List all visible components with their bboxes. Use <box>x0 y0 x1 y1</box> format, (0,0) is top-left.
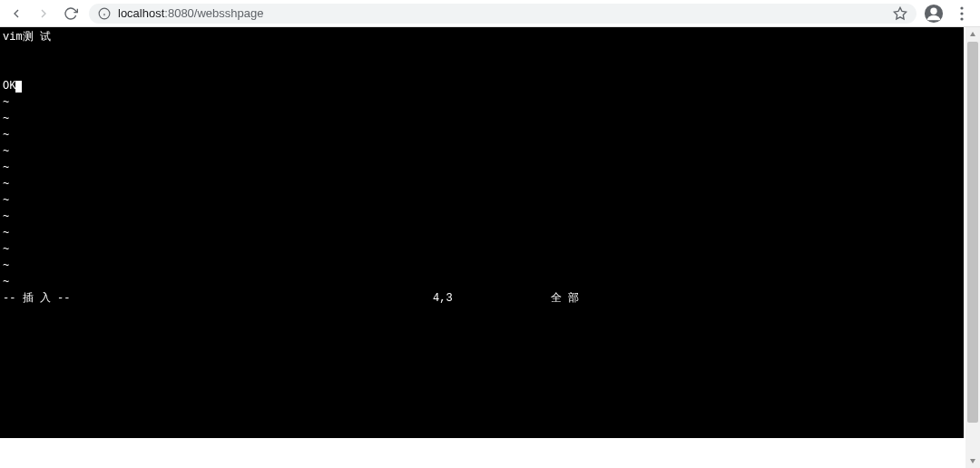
vim-mode: -- 插 入 -- <box>3 290 433 307</box>
forward-button[interactable] <box>34 5 53 23</box>
terminal-tilde-line: ~ <box>3 274 961 290</box>
vertical-scrollbar[interactable] <box>965 27 980 468</box>
url-path: /websshpage <box>194 6 264 20</box>
url-port: :8080 <box>164 6 194 20</box>
profile-avatar-icon[interactable] <box>924 4 944 24</box>
svg-marker-9 <box>970 32 975 36</box>
terminal-line: vim测 试 <box>3 29 961 45</box>
svg-point-7 <box>960 12 963 15</box>
terminal-tilde-line: ~ <box>3 111 961 127</box>
vim-scope: 全 部 <box>551 290 579 307</box>
terminal-tilde-line: ~ <box>3 127 961 143</box>
scrollbar-thumb[interactable] <box>967 42 978 423</box>
vim-status-line: -- 插 入 -- 4,3 全 部 <box>3 290 961 307</box>
page-body: vim测 试 OK ~ ~ ~ ~ ~ ~ ~ ~ ~ ~ ~ ~ -- 插 入… <box>0 27 980 468</box>
terminal-tilde-line: ~ <box>3 143 961 160</box>
terminal-text: OK <box>3 80 15 93</box>
toolbar-right <box>924 4 973 24</box>
menu-kebab-icon[interactable] <box>955 6 969 21</box>
scrollbar-up-arrow-icon[interactable] <box>965 27 980 42</box>
browser-toolbar: localhost:8080/websshpage <box>0 0 980 27</box>
svg-point-5 <box>930 7 936 14</box>
back-button[interactable] <box>7 5 25 23</box>
terminal-tilde-line: ~ <box>3 225 961 241</box>
vim-cursor-position: 4,3 <box>433 290 551 307</box>
cursor <box>15 81 22 93</box>
terminal-line <box>3 62 961 78</box>
scrollbar-down-arrow-icon[interactable] <box>965 453 980 468</box>
site-info-icon[interactable] <box>98 7 111 20</box>
bookmark-star-icon[interactable] <box>893 6 907 21</box>
address-bar[interactable]: localhost:8080/websshpage <box>89 4 916 24</box>
terminal-tilde-line: ~ <box>3 258 961 274</box>
terminal-tilde-line: ~ <box>3 192 961 209</box>
terminal[interactable]: vim测 试 OK ~ ~ ~ ~ ~ ~ ~ ~ ~ ~ ~ ~ -- 插 入… <box>0 27 964 438</box>
terminal-tilde-line: ~ <box>3 241 961 258</box>
terminal-tilde-line: ~ <box>3 94 961 111</box>
svg-point-8 <box>960 17 963 20</box>
svg-marker-3 <box>894 7 906 19</box>
url-text: localhost:8080/websshpage <box>118 6 263 20</box>
terminal-tilde-line: ~ <box>3 209 961 225</box>
terminal-tilde-line: ~ <box>3 160 961 176</box>
terminal-line <box>3 45 961 62</box>
terminal-tilde-line: ~ <box>3 176 961 192</box>
svg-point-6 <box>960 6 963 9</box>
terminal-line: OK <box>3 78 961 94</box>
reload-button[interactable] <box>62 5 80 23</box>
svg-marker-10 <box>970 459 975 463</box>
url-host: localhost <box>118 6 164 20</box>
